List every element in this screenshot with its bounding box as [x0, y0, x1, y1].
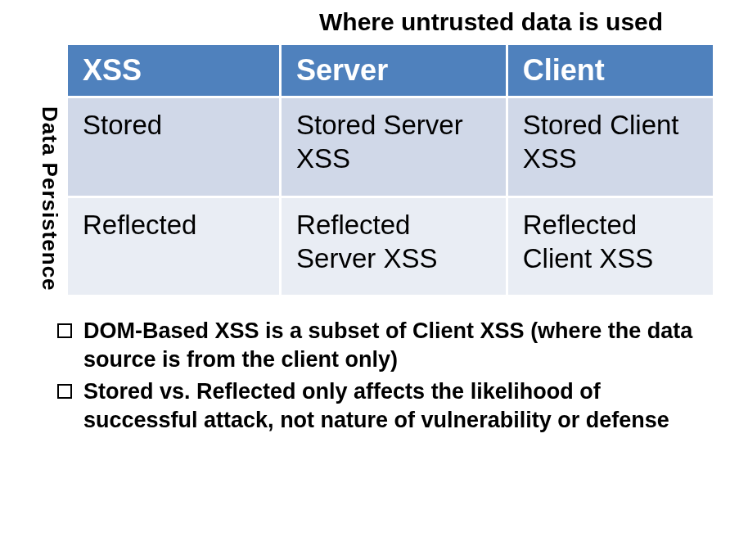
- table-row: Reflected Reflected Server XSS Reflected…: [68, 198, 713, 296]
- table-header-row: XSS Server Client: [68, 45, 713, 96]
- cell-reflected-client: Reflected Client XSS: [508, 198, 713, 296]
- note-item: DOM-Based XSS is a subset of Client XSS …: [57, 317, 707, 374]
- checkbox-bullet-icon: [57, 323, 72, 338]
- cell-reflected-label: Reflected: [68, 198, 279, 296]
- header-xss: XSS: [68, 45, 279, 96]
- side-axis-label-container: Data Persistence: [33, 100, 65, 297]
- top-axis-title: Where untrusted data is used: [319, 8, 715, 36]
- header-server: Server: [282, 45, 506, 96]
- cell-stored-label: Stored: [68, 98, 279, 196]
- table-row: Stored Stored Server XSS Stored Client X…: [68, 98, 713, 196]
- note-item: Stored vs. Reflected only affects the li…: [57, 377, 707, 435]
- cell-stored-server: Stored Server XSS: [282, 98, 506, 196]
- notes-section: DOM-Based XSS is a subset of Client XSS …: [33, 317, 715, 435]
- header-client: Client: [508, 45, 713, 96]
- note-text: Stored vs. Reflected only affects the li…: [83, 377, 707, 435]
- cell-reflected-server: Reflected Server XSS: [282, 198, 506, 296]
- cell-stored-client: Stored Client XSS: [508, 98, 713, 196]
- xss-classification-table: XSS Server Client Stored Stored Server X…: [65, 43, 715, 297]
- note-text: DOM-Based XSS is a subset of Client XSS …: [83, 317, 707, 374]
- table-container: XSS Server Client Stored Stored Server X…: [65, 43, 715, 297]
- checkbox-bullet-icon: [57, 384, 72, 399]
- side-axis-title: Data Persistence: [37, 106, 62, 291]
- main-content-row: Data Persistence XSS Server Client Store…: [33, 43, 715, 297]
